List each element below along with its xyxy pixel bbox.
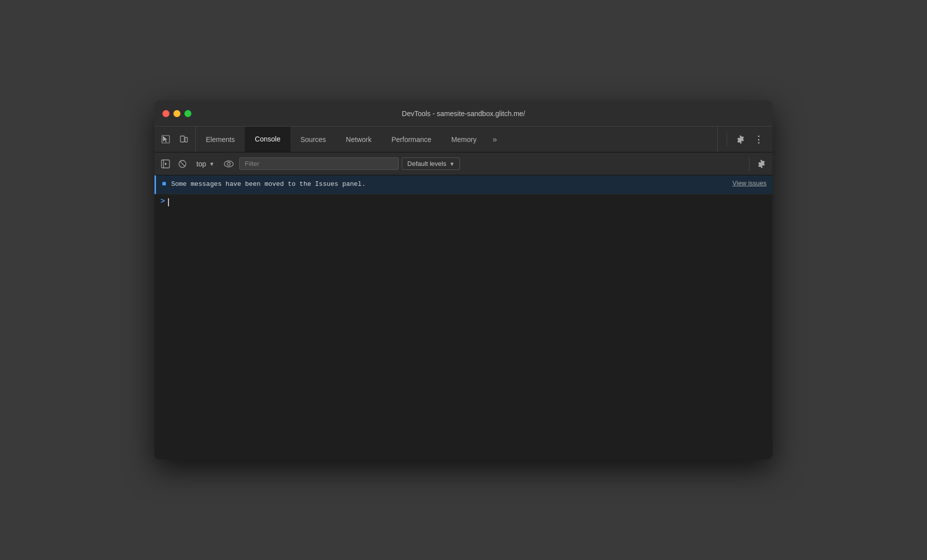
log-levels-button[interactable]: Default levels ▼ <box>402 157 460 170</box>
info-icon: ■ <box>162 180 166 188</box>
message-text: Some messages have been moved to the Iss… <box>171 179 727 189</box>
kebab-icon: ⋮ <box>754 134 764 145</box>
filter-input[interactable] <box>239 157 399 170</box>
console-toolbar: top ▼ Default levels ▼ <box>154 152 772 175</box>
devtools-icons <box>154 127 196 152</box>
console-content: ■ Some messages have been moved to the I… <box>154 175 772 459</box>
svg-marker-5 <box>165 162 167 165</box>
eye-icon <box>224 160 234 168</box>
hide-network-button[interactable] <box>221 157 236 170</box>
devtools-window: DevTools - samesite-sandbox.glitch.me/ <box>154 101 772 459</box>
tab-console[interactable]: Console <box>245 127 290 152</box>
sidebar-icon <box>161 159 170 168</box>
tab-bar-right-actions: ⋮ <box>717 127 772 152</box>
tab-sources[interactable]: Sources <box>291 127 336 152</box>
tab-bar: Elements Console Sources Network Perform… <box>154 127 772 152</box>
gear-icon <box>736 135 745 144</box>
settings-button[interactable] <box>734 133 747 146</box>
maximize-button[interactable] <box>184 110 191 117</box>
device-icon <box>179 135 188 144</box>
console-gear-icon <box>757 159 766 168</box>
close-button[interactable] <box>162 110 169 117</box>
traffic-lights <box>154 110 191 117</box>
more-options-button[interactable]: ⋮ <box>752 132 766 147</box>
minimize-button[interactable] <box>173 110 180 117</box>
tab-elements[interactable]: Elements <box>196 127 245 152</box>
dropdown-arrow-icon: ▼ <box>209 161 214 167</box>
svg-rect-1 <box>180 136 184 142</box>
svg-point-8 <box>224 161 233 167</box>
inspect-element-button[interactable] <box>159 133 172 146</box>
toolbar-divider <box>749 157 750 171</box>
clear-console-button[interactable] <box>175 157 189 171</box>
console-prompt-row[interactable]: > <box>154 194 772 210</box>
console-settings-button[interactable] <box>755 157 769 171</box>
svg-line-7 <box>180 161 185 166</box>
device-toolbar-button[interactable] <box>177 133 190 146</box>
cursor-blink <box>168 198 169 206</box>
execute-context-button[interactable] <box>158 157 172 171</box>
clear-icon <box>178 159 187 168</box>
window-title: DevTools - samesite-sandbox.glitch.me/ <box>402 110 525 118</box>
tab-network[interactable]: Network <box>336 127 381 152</box>
svg-point-9 <box>227 162 230 165</box>
context-selector[interactable]: top ▼ <box>192 158 218 170</box>
svg-rect-2 <box>185 138 187 142</box>
main-tabs: Elements Console Sources Network Perform… <box>196 127 717 152</box>
cursor-icon <box>161 135 170 144</box>
title-bar: DevTools - samesite-sandbox.glitch.me/ <box>154 101 772 127</box>
levels-dropdown-icon: ▼ <box>449 161 455 167</box>
console-info-message: ■ Some messages have been moved to the I… <box>154 175 772 194</box>
log-levels-label: Default levels <box>407 160 446 167</box>
more-tabs-button[interactable]: » <box>486 127 503 152</box>
context-value: top <box>196 160 206 168</box>
tab-memory[interactable]: Memory <box>442 127 487 152</box>
view-issues-link[interactable]: View issues <box>733 179 767 187</box>
tab-performance[interactable]: Performance <box>381 127 441 152</box>
prompt-arrow-icon: > <box>160 197 165 206</box>
divider <box>727 133 727 146</box>
